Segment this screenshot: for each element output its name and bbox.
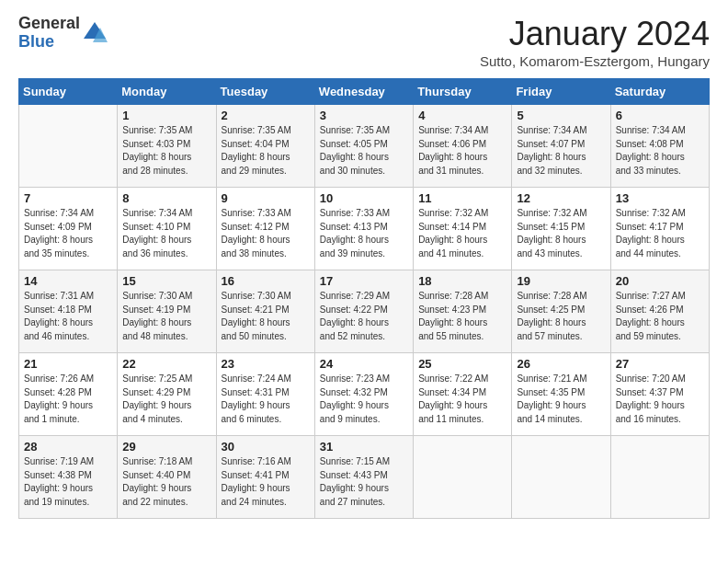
calendar-cell: 19Sunrise: 7:28 AM Sunset: 4:25 PM Dayli… <box>512 270 610 353</box>
calendar-cell: 11Sunrise: 7:32 AM Sunset: 4:14 PM Dayli… <box>414 188 512 270</box>
day-info: Sunrise: 7:21 AM Sunset: 4:35 PM Dayligh… <box>517 373 605 426</box>
logo-icon <box>82 20 108 46</box>
day-info: Sunrise: 7:31 AM Sunset: 4:18 PM Dayligh… <box>24 290 112 343</box>
logo-general: General <box>18 15 80 33</box>
calendar-week-row: 21Sunrise: 7:26 AM Sunset: 4:28 PM Dayli… <box>19 353 710 436</box>
day-number: 19 <box>517 274 605 288</box>
day-number: 15 <box>122 274 210 288</box>
calendar-cell: 15Sunrise: 7:30 AM Sunset: 4:19 PM Dayli… <box>118 270 216 353</box>
day-info: Sunrise: 7:34 AM Sunset: 4:09 PM Dayligh… <box>24 207 112 260</box>
day-info: Sunrise: 7:34 AM Sunset: 4:07 PM Dayligh… <box>517 124 605 178</box>
day-info: Sunrise: 7:19 AM Sunset: 4:38 PM Dayligh… <box>24 455 112 509</box>
calendar-week-row: 7Sunrise: 7:34 AM Sunset: 4:09 PM Daylig… <box>19 188 710 270</box>
calendar-cell <box>19 105 118 188</box>
title-block: January 2024 Sutto, Komarom-Esztergom, H… <box>480 15 710 69</box>
page-header: General Blue January 2024 Sutto, Komarom… <box>18 15 710 69</box>
weekday-header: Monday <box>118 79 216 105</box>
day-number: 26 <box>517 357 605 371</box>
day-info: Sunrise: 7:26 AM Sunset: 4:28 PM Dayligh… <box>24 373 112 426</box>
calendar-cell: 18Sunrise: 7:28 AM Sunset: 4:23 PM Dayli… <box>414 270 512 353</box>
day-info: Sunrise: 7:27 AM Sunset: 4:26 PM Dayligh… <box>616 290 704 343</box>
calendar-cell: 2Sunrise: 7:35 AM Sunset: 4:04 PM Daylig… <box>216 105 314 188</box>
day-info: Sunrise: 7:18 AM Sunset: 4:40 PM Dayligh… <box>122 455 210 509</box>
day-info: Sunrise: 7:34 AM Sunset: 4:06 PM Dayligh… <box>418 124 506 178</box>
day-number: 22 <box>122 357 210 371</box>
calendar-cell: 30Sunrise: 7:16 AM Sunset: 4:41 PM Dayli… <box>216 436 314 519</box>
day-info: Sunrise: 7:24 AM Sunset: 4:31 PM Dayligh… <box>222 373 310 426</box>
calendar-cell: 29Sunrise: 7:18 AM Sunset: 4:40 PM Dayli… <box>118 436 216 519</box>
calendar-week-row: 1Sunrise: 7:35 AM Sunset: 4:03 PM Daylig… <box>19 105 710 188</box>
calendar-cell: 27Sunrise: 7:20 AM Sunset: 4:37 PM Dayli… <box>610 353 709 436</box>
day-info: Sunrise: 7:22 AM Sunset: 4:34 PM Dayligh… <box>418 373 506 426</box>
weekday-header: Friday <box>512 79 610 105</box>
day-info: Sunrise: 7:28 AM Sunset: 4:23 PM Dayligh… <box>418 290 506 343</box>
calendar-cell <box>414 436 512 519</box>
day-number: 9 <box>222 191 310 205</box>
day-number: 5 <box>517 109 605 122</box>
day-number: 20 <box>616 274 704 288</box>
calendar-cell: 8Sunrise: 7:34 AM Sunset: 4:10 PM Daylig… <box>118 188 216 270</box>
day-number: 28 <box>24 440 112 454</box>
day-info: Sunrise: 7:34 AM Sunset: 4:08 PM Dayligh… <box>616 124 704 178</box>
day-info: Sunrise: 7:30 AM Sunset: 4:19 PM Dayligh… <box>122 290 210 343</box>
calendar-cell: 9Sunrise: 7:33 AM Sunset: 4:12 PM Daylig… <box>216 188 314 270</box>
calendar-cell <box>610 436 709 519</box>
calendar-cell: 3Sunrise: 7:35 AM Sunset: 4:05 PM Daylig… <box>314 105 413 188</box>
day-number: 17 <box>320 274 408 288</box>
day-number: 23 <box>222 357 310 371</box>
calendar-cell: 24Sunrise: 7:23 AM Sunset: 4:32 PM Dayli… <box>314 353 413 436</box>
day-number: 16 <box>222 274 310 288</box>
day-number: 29 <box>122 440 210 454</box>
calendar-cell: 13Sunrise: 7:32 AM Sunset: 4:17 PM Dayli… <box>610 188 709 270</box>
day-number: 1 <box>122 109 210 122</box>
calendar-cell: 5Sunrise: 7:34 AM Sunset: 4:07 PM Daylig… <box>512 105 610 188</box>
day-info: Sunrise: 7:15 AM Sunset: 4:43 PM Dayligh… <box>320 455 408 509</box>
calendar-cell: 25Sunrise: 7:22 AM Sunset: 4:34 PM Dayli… <box>414 353 512 436</box>
day-info: Sunrise: 7:25 AM Sunset: 4:29 PM Dayligh… <box>122 373 210 426</box>
location-subtitle: Sutto, Komarom-Esztergom, Hungary <box>480 53 710 69</box>
weekday-header: Sunday <box>19 79 118 105</box>
day-info: Sunrise: 7:33 AM Sunset: 4:12 PM Dayligh… <box>222 207 310 260</box>
calendar-cell: 26Sunrise: 7:21 AM Sunset: 4:35 PM Dayli… <box>512 353 610 436</box>
day-number: 21 <box>24 357 112 371</box>
calendar-week-row: 14Sunrise: 7:31 AM Sunset: 4:18 PM Dayli… <box>19 270 710 353</box>
day-number: 2 <box>222 109 310 122</box>
calendar-cell: 31Sunrise: 7:15 AM Sunset: 4:43 PM Dayli… <box>314 436 413 519</box>
calendar-cell: 20Sunrise: 7:27 AM Sunset: 4:26 PM Dayli… <box>610 270 709 353</box>
day-number: 24 <box>320 357 408 371</box>
calendar-cell: 14Sunrise: 7:31 AM Sunset: 4:18 PM Dayli… <box>19 270 118 353</box>
day-info: Sunrise: 7:35 AM Sunset: 4:05 PM Dayligh… <box>320 124 408 178</box>
calendar-cell: 28Sunrise: 7:19 AM Sunset: 4:38 PM Dayli… <box>19 436 118 519</box>
day-info: Sunrise: 7:30 AM Sunset: 4:21 PM Dayligh… <box>222 290 310 343</box>
day-info: Sunrise: 7:20 AM Sunset: 4:37 PM Dayligh… <box>616 373 704 426</box>
calendar-cell: 22Sunrise: 7:25 AM Sunset: 4:29 PM Dayli… <box>118 353 216 436</box>
calendar-cell: 1Sunrise: 7:35 AM Sunset: 4:03 PM Daylig… <box>118 105 216 188</box>
day-info: Sunrise: 7:33 AM Sunset: 4:13 PM Dayligh… <box>320 207 408 260</box>
day-number: 3 <box>320 109 408 122</box>
day-info: Sunrise: 7:29 AM Sunset: 4:22 PM Dayligh… <box>320 290 408 343</box>
day-info: Sunrise: 7:23 AM Sunset: 4:32 PM Dayligh… <box>320 373 408 426</box>
day-number: 4 <box>418 109 506 122</box>
day-number: 11 <box>418 191 506 205</box>
day-info: Sunrise: 7:32 AM Sunset: 4:15 PM Dayligh… <box>517 207 605 260</box>
day-info: Sunrise: 7:32 AM Sunset: 4:14 PM Dayligh… <box>418 207 506 260</box>
calendar-cell: 7Sunrise: 7:34 AM Sunset: 4:09 PM Daylig… <box>19 188 118 270</box>
day-number: 31 <box>320 440 408 454</box>
month-title: January 2024 <box>480 15 710 53</box>
day-number: 18 <box>418 274 506 288</box>
calendar-cell: 4Sunrise: 7:34 AM Sunset: 4:06 PM Daylig… <box>414 105 512 188</box>
day-number: 7 <box>24 191 112 205</box>
logo: General Blue <box>18 15 108 52</box>
day-info: Sunrise: 7:35 AM Sunset: 4:04 PM Dayligh… <box>222 124 310 178</box>
weekday-header: Saturday <box>610 79 709 105</box>
day-number: 27 <box>616 357 704 371</box>
day-number: 12 <box>517 191 605 205</box>
weekday-header: Thursday <box>414 79 512 105</box>
calendar-cell: 6Sunrise: 7:34 AM Sunset: 4:08 PM Daylig… <box>610 105 709 188</box>
day-info: Sunrise: 7:28 AM Sunset: 4:25 PM Dayligh… <box>517 290 605 343</box>
calendar-cell: 16Sunrise: 7:30 AM Sunset: 4:21 PM Dayli… <box>216 270 314 353</box>
day-number: 25 <box>418 357 506 371</box>
calendar-cell <box>512 436 610 519</box>
calendar-week-row: 28Sunrise: 7:19 AM Sunset: 4:38 PM Dayli… <box>19 436 710 519</box>
day-info: Sunrise: 7:16 AM Sunset: 4:41 PM Dayligh… <box>222 455 310 509</box>
